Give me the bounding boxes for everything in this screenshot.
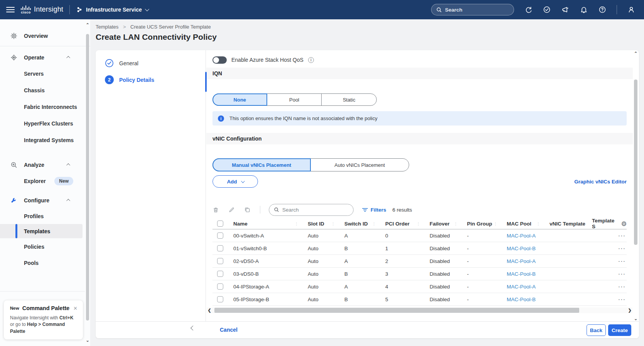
back-button[interactable]: Back [587,324,606,336]
row-actions-icon[interactable]: ··· [613,271,627,277]
breadcrumb-templates[interactable]: Templates [96,24,118,30]
sort-handle-icon[interactable]: ⋮ [331,222,335,226]
select-all-checkbox[interactable] [217,220,223,227]
col-name[interactable]: Name [233,221,248,227]
sort-handle-icon[interactable]: ⋮ [494,222,497,226]
create-button[interactable]: Create [608,324,631,336]
scrollbar-thumb[interactable] [86,34,89,321]
azure-qos-toggle[interactable] [212,56,227,64]
row-actions-icon[interactable]: ··· [613,284,627,290]
scroll-up-icon[interactable]: ⌃ [85,22,90,27]
col-vnic-template[interactable]: vNIC Template [550,221,585,227]
col-switch-id[interactable]: Switch ID [344,221,368,227]
col-pin-group[interactable]: Pin Group [467,221,492,227]
table-search[interactable] [269,204,354,216]
mac-pool-link[interactable]: MAC-Pool-A [503,233,546,239]
sort-handle-icon[interactable]: ⋮ [295,222,298,226]
menu-icon[interactable] [0,5,21,14]
global-search[interactable] [431,4,514,15]
tab-manual-vnics-placement[interactable]: Manual vNICs Placement [212,158,311,171]
row-checkbox[interactable] [217,296,223,302]
edit-icon[interactable] [228,207,235,213]
table-row[interactable]: 03-vDS0-B Auto B 3 Disabled - MAC-Pool-B… [212,268,627,280]
row-actions-icon[interactable]: ··· [613,246,627,251]
service-switcher[interactable]: Infrastructure Service [76,6,148,13]
col-slot-id[interactable]: Slot ID [308,221,324,227]
row-actions-icon[interactable]: ··· [613,233,627,239]
scroll-right-icon[interactable]: ❯ [627,308,632,313]
global-search-input[interactable] [445,7,503,13]
sidebar-group-configure[interactable]: Configure [0,192,90,208]
table-row[interactable]: 00-vSwitch-A Auto A 0 Disabled - MAC-Poo… [212,229,627,242]
refresh-icon[interactable] [524,5,533,14]
scrollbar-thumb[interactable] [634,80,637,245]
scroll-left-icon[interactable]: ❮ [207,308,212,313]
add-vnic-button[interactable]: Add [212,175,258,188]
copy-icon[interactable] [244,207,251,213]
megaphone-icon[interactable] [561,5,570,14]
mac-pool-link[interactable]: MAC-Pool-A [503,258,546,264]
col-pci-order[interactable]: PCI Order [385,221,410,227]
tab-auto-vnics-placement[interactable]: Auto vNICs Placement [311,159,409,171]
row-checkbox[interactable] [217,271,223,277]
delete-icon[interactable] [212,207,219,213]
mac-pool-link[interactable]: MAC-Pool-B [503,297,546,302]
sidebar-item-pools[interactable]: Pools [0,255,90,271]
mac-pool-link[interactable]: MAC-Pool-B [503,271,546,277]
row-actions-icon[interactable]: ··· [613,297,627,302]
close-icon[interactable]: ✕ [73,305,78,311]
row-checkbox[interactable] [217,283,223,290]
sidebar-group-operate[interactable]: Operate [0,49,90,65]
filters-button[interactable]: Filters [362,207,386,213]
table-row[interactable]: 04-IPStorage-A Auto A 4 Disabled - MAC-P… [212,280,627,293]
cancel-button[interactable]: Cancel [220,327,238,333]
sort-handle-icon[interactable]: ⋮ [454,222,458,226]
iqn-option-static[interactable]: Static [322,94,376,105]
iqn-option-pool[interactable]: Pool [267,94,322,105]
sort-handle-icon[interactable]: ⋮ [536,222,540,226]
info-icon[interactable]: i [308,57,314,63]
check-circle-icon[interactable] [543,5,551,14]
graphic-vnics-editor-link[interactable]: Graphic vNICs Editor [574,179,627,185]
sidebar-item-fabric-interconnects[interactable]: Fabric Interconnects [0,98,90,115]
row-checkbox[interactable] [217,258,223,264]
row-checkbox[interactable] [217,245,223,251]
sidebar-item-explorer[interactable]: Explorer New [0,173,90,189]
form-vertical-scrollbar[interactable]: ⌃ ⌄ [633,51,638,321]
bell-icon[interactable] [580,5,588,14]
sort-handle-icon[interactable]: ⋮ [372,222,376,226]
sidebar-item-templates[interactable]: Templates [0,224,83,238]
table-row[interactable]: 05-IPStorage-B Auto B 5 Disabled - MAC-P… [212,293,627,306]
collapse-stepper-icon[interactable] [191,326,196,331]
table-row[interactable]: 01-vSwitch0-B Auto B 1 Disabled - MAC-Po… [212,242,627,255]
scroll-down-icon[interactable]: ⌄ [85,338,90,343]
sidebar-item-chassis[interactable]: Chassis [0,82,90,98]
table-row[interactable]: 02-vDS0-A Auto A 2 Disabled - MAC-Pool-A… [212,255,627,268]
scroll-down-icon[interactable]: ⌄ [633,316,638,321]
col-mac-pool[interactable]: MAC Pool [507,221,531,227]
user-icon[interactable] [627,5,636,14]
col-template-s[interactable]: Template S [592,218,614,229]
sidebar-scrollbar[interactable]: ⌃ ⌄ [85,22,90,343]
step-general[interactable]: General [105,59,138,68]
sidebar-item-overview[interactable]: Overview [0,28,90,44]
sidebar-item-profiles[interactable]: Profiles [0,208,90,224]
sidebar-item-hyperflex-clusters[interactable]: HyperFlex Clusters [0,115,90,132]
step-policy-details[interactable]: 2 Policy Details [105,75,154,84]
col-failover[interactable]: Failover [430,221,450,227]
sidebar-group-analyze[interactable]: Analyze [0,157,90,173]
sidebar-item-policies[interactable]: Policies [0,238,90,255]
row-checkbox[interactable] [217,232,223,239]
column-settings-gear-icon[interactable]: ⚙ [613,220,627,227]
help-icon[interactable] [598,5,607,14]
mac-pool-link[interactable]: MAC-Pool-B [503,246,546,251]
mac-pool-link[interactable]: MAC-Pool-A [503,284,546,290]
scrollbar-thumb[interactable] [214,308,579,313]
table-horizontal-scrollbar[interactable]: ❮ ❯ [207,307,632,313]
table-search-input[interactable] [282,207,344,213]
sort-handle-icon[interactable]: ⋮ [416,222,420,226]
sidebar-item-integrated-systems[interactable]: Integrated Systems [0,132,90,148]
row-actions-icon[interactable]: ··· [613,258,627,264]
scroll-up-icon[interactable]: ⌃ [633,51,638,56]
sidebar-item-servers[interactable]: Servers [0,65,90,82]
